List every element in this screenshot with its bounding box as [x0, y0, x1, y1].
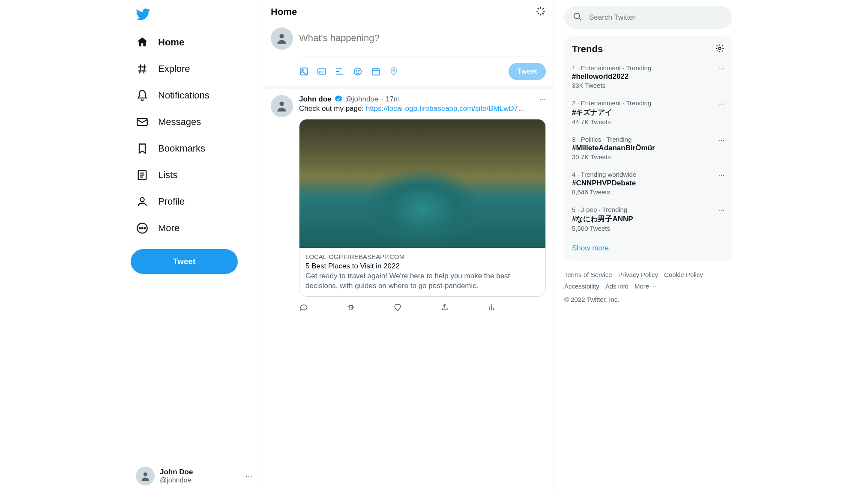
tweet[interactable]: John doe @johndoe · 17m ··· Check out my…	[263, 89, 554, 318]
analytics-icon[interactable]	[487, 303, 496, 312]
tweet-more-icon[interactable]: ···	[540, 95, 546, 104]
trend-count: 8,646 Tweets	[572, 188, 724, 196]
verified-badge-icon	[334, 95, 343, 104]
trend-meta: 4 · Trending worldwide	[572, 171, 724, 178]
card-description: Get ready to travel again! We're here to…	[305, 271, 539, 291]
tweet-actions	[299, 303, 496, 312]
trend-item[interactable]: 1 · Entertainment · Trending#helloworld2…	[564, 59, 732, 94]
sparkle-icon[interactable]	[536, 6, 546, 18]
svg-point-18	[280, 102, 284, 106]
trend-more-icon[interactable]: ···	[719, 65, 724, 73]
link-card[interactable]: LOCAL-OGP.FIREBASEAPP.COM 5 Best Places …	[299, 119, 546, 297]
trend-count: 30.7K Tweets	[572, 153, 724, 161]
schedule-icon[interactable]	[371, 67, 380, 76]
trend-more-icon[interactable]: ···	[719, 100, 724, 108]
gif-icon[interactable]: GIF	[317, 67, 326, 76]
nav-home[interactable]: Home	[131, 30, 257, 55]
svg-point-4	[139, 228, 141, 229]
nav-explore[interactable]: Explore	[131, 57, 257, 81]
footer-copyright: © 2022 Twitter, Inc.	[564, 294, 619, 305]
share-icon[interactable]	[440, 303, 449, 312]
footer-link[interactable]: More ···	[635, 280, 656, 292]
tweet-text: Check out my page: https://local-ogp.fir…	[299, 104, 546, 113]
card-title: 5 Best Places to Visit in 2022	[305, 262, 539, 271]
trend-count: 44.7K Tweets	[572, 118, 724, 125]
compose-tweet-button[interactable]: Tweet	[131, 249, 238, 274]
svg-point-13	[354, 68, 362, 75]
nav-messages-label: Messages	[158, 116, 201, 128]
trend-item[interactable]: 5 · J-pop · Trending#なにわ男子ANNP5,500 Twee…	[564, 201, 732, 237]
card-image	[299, 119, 545, 248]
trends-panel: Trends 1 · Entertainment · Trending#hell…	[564, 36, 732, 261]
emoji-icon[interactable]	[353, 67, 362, 76]
footer-link[interactable]: Accessibility	[564, 280, 599, 292]
trend-more-icon[interactable]: ···	[719, 137, 724, 144]
trend-item[interactable]: 3 · Politics · Trending#MilleteAdananBir…	[564, 131, 732, 166]
page-title: Home	[271, 6, 297, 18]
footer: Terms of ServicePrivacy PolicyCookie Pol…	[564, 269, 732, 305]
list-icon	[136, 169, 149, 182]
tweet-author[interactable]: John doe	[299, 95, 332, 104]
primary-nav: Home Explore Notifications Messages Book…	[131, 30, 257, 241]
trend-more-icon[interactable]: ···	[719, 207, 724, 214]
nav-lists-label: Lists	[158, 170, 177, 181]
nav-bookmarks[interactable]: Bookmarks	[131, 136, 257, 161]
tweet-avatar[interactable]	[271, 95, 293, 117]
nav-messages[interactable]: Messages	[131, 110, 257, 134]
footer-link[interactable]: Terms of Service	[564, 269, 612, 280]
trend-meta: 3 · Politics · Trending	[572, 136, 724, 143]
bell-icon	[136, 89, 149, 102]
person-icon	[136, 195, 149, 208]
footer-link[interactable]: Cookie Policy	[664, 269, 703, 280]
trend-tag: #なにわ男子ANNP	[572, 214, 724, 224]
location-icon[interactable]	[389, 67, 398, 76]
account-switcher[interactable]: John Doe @johndoe ···	[131, 461, 257, 491]
footer-link[interactable]: Privacy Policy	[618, 269, 658, 280]
composer-tweet-button[interactable]: Tweet	[509, 63, 546, 80]
reply-icon[interactable]	[299, 303, 308, 312]
poll-icon[interactable]	[335, 67, 344, 76]
main-header: Home	[263, 0, 554, 24]
twitter-logo[interactable]	[131, 3, 257, 30]
trend-meta: 5 · J-pop · Trending	[572, 206, 724, 213]
trends-show-more[interactable]: Show more	[564, 237, 732, 259]
image-icon[interactable]	[299, 67, 308, 76]
nav-profile[interactable]: Profile	[131, 189, 257, 214]
trend-meta: 2 · Entertainment · Trending	[572, 99, 724, 107]
retweet-icon[interactable]	[346, 303, 356, 312]
gear-icon[interactable]	[715, 44, 724, 55]
svg-text:GIF: GIF	[319, 70, 325, 74]
like-icon[interactable]	[393, 303, 402, 312]
svg-point-14	[356, 70, 357, 71]
svg-point-15	[359, 70, 359, 71]
trend-more-icon[interactable]: ···	[719, 172, 724, 179]
footer-link[interactable]: Ads info	[605, 280, 629, 292]
trend-count: 33K Tweets	[572, 82, 724, 89]
svg-rect-16	[372, 69, 380, 75]
tweet-timestamp[interactable]: 17m	[386, 95, 400, 104]
tweet-link[interactable]: https://local-ogp.firebaseapp.com/site/B…	[366, 104, 525, 113]
trend-item[interactable]: 4 · Trending worldwide#CNNPHVPDebate8,64…	[564, 166, 732, 201]
nav-more[interactable]: More	[131, 216, 257, 241]
tweet-handle[interactable]: @johndoe	[345, 95, 379, 104]
trend-tag: #MilleteAdananBirÖmür	[572, 144, 724, 152]
composer-input[interactable]	[299, 27, 546, 57]
trend-count: 5,500 Tweets	[572, 225, 724, 232]
home-icon	[136, 36, 149, 49]
trends-title: Trends	[572, 44, 603, 55]
nav-profile-label: Profile	[158, 196, 185, 207]
svg-point-10	[302, 69, 303, 71]
trend-item[interactable]: 2 · Entertainment · Trending#キズナアイ44.7K …	[564, 94, 732, 131]
search-input[interactable]	[589, 13, 724, 22]
search-box[interactable]	[564, 6, 732, 29]
svg-point-19	[574, 13, 580, 19]
search-icon	[573, 12, 582, 23]
trend-tag: #キズナアイ	[572, 107, 724, 117]
account-display-name: John Doe	[160, 468, 193, 476]
tweet-time-sep: ·	[381, 95, 383, 104]
nav-lists[interactable]: Lists	[131, 163, 257, 187]
nav-notifications[interactable]: Notifications	[131, 83, 257, 108]
trend-tag: #CNNPHVPDebate	[572, 179, 724, 187]
svg-point-7	[144, 472, 147, 476]
left-sidebar: Home Explore Notifications Messages Book…	[126, 0, 263, 494]
